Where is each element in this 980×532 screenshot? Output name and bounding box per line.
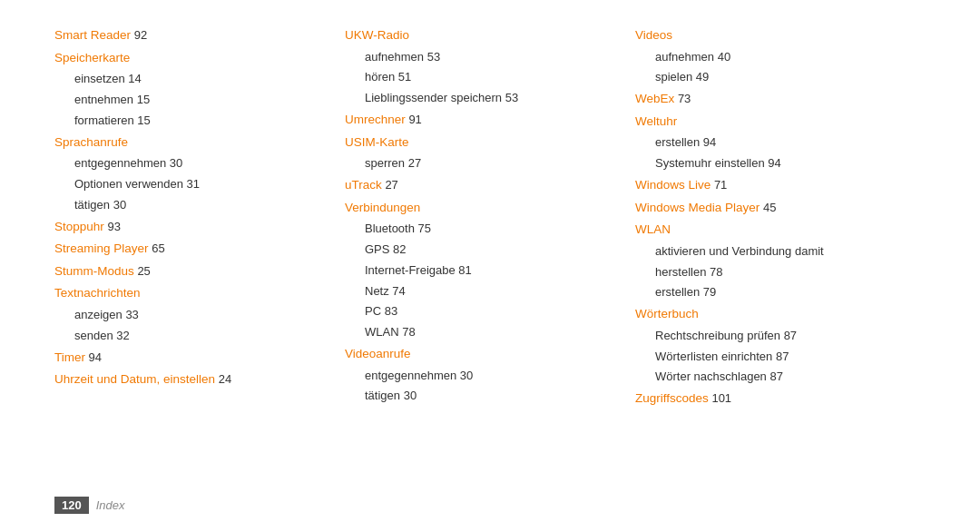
page-number: 51 [395,70,411,84]
page-number: 32 [113,329,130,342]
entry-sub: Lieblingssender speichern 53 [345,89,617,108]
footer-page-number: 120 [54,497,89,514]
entry-sub: Wörter nachschlagen 87 [635,368,907,387]
entry-sub: herstellen 78 [635,263,907,282]
entry-sub: einsetzen 14 [54,70,327,89]
footer-label: Index [96,498,125,512]
entry-heading-inline: Uhrzeit und Datum, einstellen 24 [54,369,327,389]
heading-inline-text: Timer [54,350,85,364]
entry-heading: UKW-Radio [345,25,617,45]
column-2: UKW-Radioaufnehmen 53hören 51Lieblingsse… [345,25,635,486]
page-number: 30 [400,389,416,402]
page-number: 53 [424,50,440,64]
page-number: 78 [706,265,722,279]
entry-heading: Wörterbuch [635,304,907,324]
entry-sub: Netz 74 [345,282,617,301]
sub-item-text: GPS [365,242,389,256]
sub-item-text: Optionen verwenden [74,177,183,191]
heading-inline-text: Windows Live [635,178,710,192]
page-number: 94 [765,156,781,170]
heading-text: Wörterbuch [635,307,699,320]
entry-heading-inline: WebEx 73 [635,89,907,109]
sub-item-text: Rechtschreibung prüfen [655,329,780,342]
entry-sub: aktivieren und Verbindung damit [635,242,907,261]
entry-sub: formatieren 15 [54,112,327,131]
entry-sub: entgegennehmen 30 [345,367,617,386]
sub-item-text: tätigen [74,198,110,212]
page-number: 27 [382,178,398,192]
heading-text: USIM-Karte [345,135,409,149]
heading-inline-text: Umrechner [345,113,406,126]
entry-sub: aufnehmen 53 [345,48,617,67]
entry-sub: Wörterlisten einrichten 87 [635,348,907,367]
page-number: 93 [104,220,121,233]
entry-sub: WLAN 78 [345,323,617,342]
entry-heading: Speicherkarte [54,48,327,68]
entry-sub: erstellen 79 [635,283,907,302]
sub-item-text: aktivieren und Verbindung damit [655,244,824,258]
entry-heading-inline: Timer 94 [54,348,327,368]
page-number: 31 [183,177,200,191]
entry-sub: Bluetooth 75 [345,220,617,239]
content-columns: Smart Reader 92Speicherkarteeinsetzen 14… [54,25,926,486]
sub-item-text: formatieren [74,113,134,127]
page-number: 49 [692,70,709,84]
page-number: 94 [85,350,102,364]
page-number: 94 [700,135,716,149]
entry-sub: entnehmen 15 [54,91,327,110]
page-number: 40 [714,50,730,64]
entry-sub: spielen 49 [635,68,907,87]
sub-item-text: sperren [365,156,405,170]
sub-item-text: Systemuhr einstellen [655,156,765,170]
heading-text: Textnachrichten [54,286,141,300]
column-3: Videosaufnehmen 40spielen 49WebEx 73Welt… [635,25,926,486]
sub-item-text: aufnehmen [365,50,424,64]
page-number: 30 [166,156,182,170]
page-number: 27 [405,156,421,170]
heading-text: Weltuhr [635,114,677,128]
page-number: 45 [760,201,776,214]
entry-sub: Systemuhr einstellen 94 [635,154,907,173]
page-number: 91 [406,113,422,126]
page-number: 15 [134,113,151,127]
sub-item-text: tätigen [365,389,400,402]
sub-item-text: WLAN [365,325,399,339]
entry-heading-inline: Windows Media Player 45 [635,198,907,218]
entry-heading-inline: Streaming Player 65 [54,239,327,259]
sub-item-text: spielen [655,70,692,84]
entry-heading: USIM-Karte [345,133,617,153]
page-number: 78 [399,325,416,339]
page-number: 53 [502,91,518,104]
entry-sub: sperren 27 [345,154,617,173]
page-number: 74 [389,284,406,298]
entry-heading: Verbindungen [345,198,617,218]
heading-inline-text: Windows Media Player [635,201,760,214]
entry-sub: entgegennehmen 30 [54,154,327,173]
heading-inline-text: uTrack [345,178,382,192]
sub-item-text: aufnehmen [655,50,714,64]
entry-heading: Sprachanrufe [54,133,327,153]
sub-item-text: PC [365,304,381,318]
entry-sub: erstellen 94 [635,133,907,153]
entry-heading: Textnachrichten [54,283,327,303]
sub-item-text: senden [74,329,113,342]
entry-sub: tätigen 30 [54,196,327,215]
sub-item-text: erstellen [655,285,700,299]
page-number: 14 [125,72,142,85]
entry-sub: GPS 82 [345,241,617,260]
column-1: Smart Reader 92Speicherkarteeinsetzen 14… [54,25,345,486]
heading-inline-text: Zugriffscodes [635,391,709,405]
entry-heading-inline: Smart Reader 92 [54,25,327,45]
entry-heading: Weltuhr [635,112,907,132]
sub-item-text: Lieblingssender speichern [365,91,502,104]
heading-text: UKW-Radio [345,28,409,42]
sub-item-text: erstellen [655,135,700,149]
entry-heading: Videos [635,25,907,45]
page-number: 15 [133,93,150,106]
sub-item-text: Wörter nachschlagen [655,369,767,383]
sub-item-text: Wörterlisten einrichten [655,350,772,363]
entry-sub: Optionen verwenden 31 [54,175,327,194]
page-number: 92 [131,28,147,42]
entry-heading-inline: Windows Live 71 [635,175,907,195]
sub-item-text: einsetzen [74,72,125,85]
